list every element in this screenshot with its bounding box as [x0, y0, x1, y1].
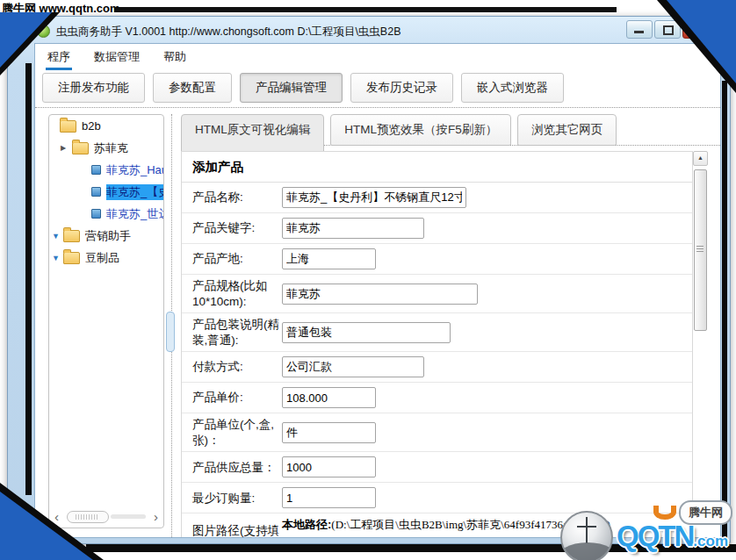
tab-0[interactable]: HTML原文可视化编辑: [181, 114, 324, 154]
toolbar-button-1[interactable]: 参数配置: [153, 73, 232, 103]
toolbar-button-0[interactable]: 注册发布功能: [42, 73, 145, 103]
scroll-left-icon[interactable]: ‹: [54, 509, 59, 524]
tree-item-row-2[interactable]: 菲克苏_【史丹: [49, 181, 163, 203]
tree-horizontal-scrollbar[interactable]: ‹ ›: [54, 510, 158, 524]
watermark-header-line: [114, 7, 617, 12]
frame-line-right: [722, 81, 727, 546]
minimize-button[interactable]: [626, 20, 653, 39]
field-input-1[interactable]: [282, 218, 424, 239]
globe-mast: [586, 517, 588, 543]
field-value: [282, 284, 692, 305]
chevron-down-icon[interactable]: ▼: [52, 254, 63, 262]
menu-item-0[interactable]: 程序: [46, 44, 72, 70]
form-row-0: 产品名称:: [182, 183, 692, 213]
scroll-right-icon[interactable]: ›: [154, 509, 158, 524]
tree-folder-label: 苏菲克: [94, 140, 128, 156]
field-input-5[interactable]: [282, 356, 424, 377]
menu-item-1[interactable]: 数据管理: [92, 44, 141, 68]
field-input-3[interactable]: [282, 284, 478, 305]
tree-item-row-1[interactable]: 菲克苏_Hautin: [49, 159, 163, 181]
field-input-6[interactable]: [282, 387, 376, 408]
form-vertical-scrollbar[interactable]: ▲: [693, 151, 708, 537]
field-input-4[interactable]: [282, 322, 451, 343]
field-label: 付款方式:: [182, 359, 282, 375]
tree-folder-label: 豆制品: [85, 250, 119, 266]
tab-strip: HTML原文可视化编辑HTML预览效果（按F5刷新）浏览其它网页: [181, 114, 617, 146]
folder-icon: [63, 252, 80, 264]
tree-folder-label: 营销助手: [85, 228, 131, 244]
form-row-8: 产品供应总量：: [182, 452, 692, 483]
field-label: 产品包装说明(精装,普通):: [182, 317, 282, 348]
field-label: 产品关键字:: [182, 220, 282, 236]
form-row-4: 产品包装说明(精装,普通):: [182, 313, 692, 352]
tree: b2b▶苏菲克菲克苏_Hautin菲克苏_【史丹菲克苏_世达凯▼营销助手▼豆制品: [49, 115, 163, 269]
tree-folder-row-4[interactable]: ▼营销助手: [49, 225, 163, 247]
field-value: [282, 187, 692, 208]
chevron-down-icon[interactable]: ▼: [52, 232, 63, 241]
form-row-5: 付款方式:: [182, 352, 692, 383]
field-input-9[interactable]: [282, 487, 376, 508]
frame-line-left: [25, 63, 32, 495]
field-input-0[interactable]: [282, 187, 466, 208]
item-bullet-icon: [91, 209, 101, 219]
tree-root-label: b2b: [82, 119, 101, 133]
menu-item-2[interactable]: 帮助: [162, 44, 188, 68]
toolbar-button-4[interactable]: 嵌入式浏览器: [461, 73, 564, 103]
field-value: [282, 456, 692, 477]
titlebar[interactable]: 虫虫商务助手 V1.0001 http://www.chongsoft.com …: [8, 17, 730, 43]
field-value: [282, 322, 692, 343]
field-label: 产品规格(比如10*10cm):: [182, 278, 282, 309]
tab-2[interactable]: 浏览其它网页: [517, 114, 617, 146]
bull-horns-icon: [653, 506, 676, 520]
toolbar-button-3[interactable]: 发布历史记录: [350, 73, 453, 103]
tree-item-row-3[interactable]: 菲克苏_世达凯: [49, 203, 163, 225]
tree-item-label: 菲克苏_世达凯: [106, 206, 163, 222]
client-area: 程序数据管理帮助 注册发布功能参数配置产品编辑管理发布历史记录嵌入式浏览器 b2…: [34, 43, 721, 538]
field-label: 产品名称:: [182, 190, 282, 205]
app-window: 虫虫商务助手 V1.0001 http://www.chongsoft.com …: [7, 16, 731, 544]
toolbar: 注册发布功能参数配置产品编辑管理发布历史记录嵌入式浏览器: [35, 68, 720, 108]
window-title: 虫虫商务助手 V1.0001 http://www.chongsoft.com …: [56, 25, 401, 39]
globe-bar: [577, 526, 596, 528]
field-label: 产品单位(个,盒,张)：: [182, 417, 282, 448]
field-value: [282, 387, 692, 408]
folder-icon: [63, 230, 80, 242]
form-row-6: 产品单价:: [182, 383, 692, 413]
minimize-icon: [634, 31, 644, 33]
tree-folder-row-5[interactable]: ▼豆制品: [49, 247, 163, 269]
chevron-right-icon[interactable]: ▶: [61, 144, 72, 152]
field-label: 产品单价:: [182, 390, 282, 406]
scrollbar-thumb[interactable]: [694, 169, 707, 331]
scroll-up-icon[interactable]: ▲: [693, 151, 708, 166]
field-value: [282, 248, 692, 269]
folder-open-icon: [60, 120, 76, 133]
item-bullet-icon: [91, 187, 101, 197]
scrollbar-thumb[interactable]: [67, 511, 109, 523]
field-value: [282, 356, 692, 377]
field-input-7[interactable]: [282, 422, 376, 443]
field-value: [282, 218, 692, 239]
folder-icon: [72, 142, 89, 154]
product-form-panel: 添加产品 产品名称:产品关键字:产品产地:产品规格(比如10*10cm):产品包…: [181, 151, 693, 537]
tree-folder-row-0[interactable]: ▶苏菲克: [49, 137, 163, 159]
form-rows: 产品名称:产品关键字:产品产地:产品规格(比如10*10cm):产品包装说明(精…: [182, 183, 692, 537]
splitter-grip[interactable]: [166, 312, 175, 352]
form-row-3: 产品规格(比如10*10cm):: [182, 275, 692, 313]
tree-panel: b2b▶苏菲克菲克苏_Hautin菲克苏_【史丹菲克苏_世达凯▼营销助手▼豆制品…: [48, 114, 164, 528]
tree-item-label: 菲克苏_【史丹: [106, 184, 163, 200]
form-row-2: 产品产地:: [182, 244, 692, 275]
field-input-8[interactable]: [282, 456, 376, 477]
field-label: 产品供应总量：: [182, 460, 282, 476]
toolbar-button-2[interactable]: 产品编辑管理: [240, 73, 343, 103]
menubar: 程序数据管理帮助: [35, 44, 720, 67]
watermark-bubble: 腾牛网: [679, 500, 732, 525]
tree-root-row[interactable]: b2b: [49, 115, 163, 137]
field-input-2[interactable]: [282, 248, 376, 269]
field-label: 最少订购量:: [182, 491, 282, 506]
watermark-logo: QQTN.com 腾牛网: [552, 500, 736, 560]
scrollbar-track[interactable]: [111, 514, 146, 519]
form-row-1: 产品关键字:: [182, 213, 692, 244]
field-label: 图片路径(支持填写图片目录):: [182, 523, 282, 537]
item-bullet-icon: [91, 165, 101, 175]
tab-1[interactable]: HTML预览效果（按F5刷新）: [330, 114, 511, 146]
